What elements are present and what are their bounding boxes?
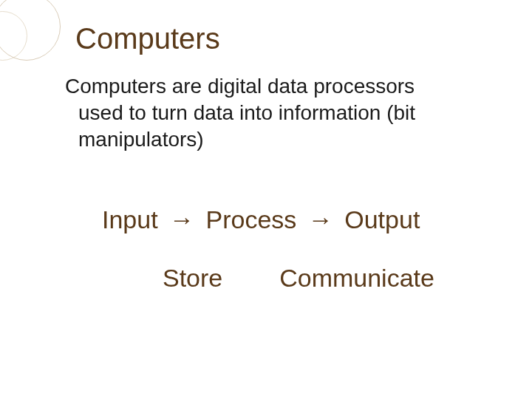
slide: Computers Computers are digital data pro… (0, 0, 532, 399)
body-text: Computers are digital data processors us… (65, 73, 495, 152)
body-line-1: Computers are digital data processors (65, 75, 415, 98)
arrow-icon: → (304, 205, 338, 234)
body-line-3: manipulators) (78, 126, 480, 153)
ipo-input: Input (102, 205, 158, 233)
ipo-line: Input → Process → Output (102, 205, 495, 234)
sc-store: Store (163, 264, 222, 292)
ipo-output: Output (344, 205, 420, 233)
ipo-process: Process (206, 205, 297, 233)
sc-communicate: Communicate (279, 264, 434, 292)
arrow-icon: → (165, 205, 199, 234)
body-line-2: used to turn data into information (bit (78, 100, 480, 126)
store-communicate-line: Store Communicate (163, 264, 495, 293)
slide-title: Computers (75, 22, 495, 55)
